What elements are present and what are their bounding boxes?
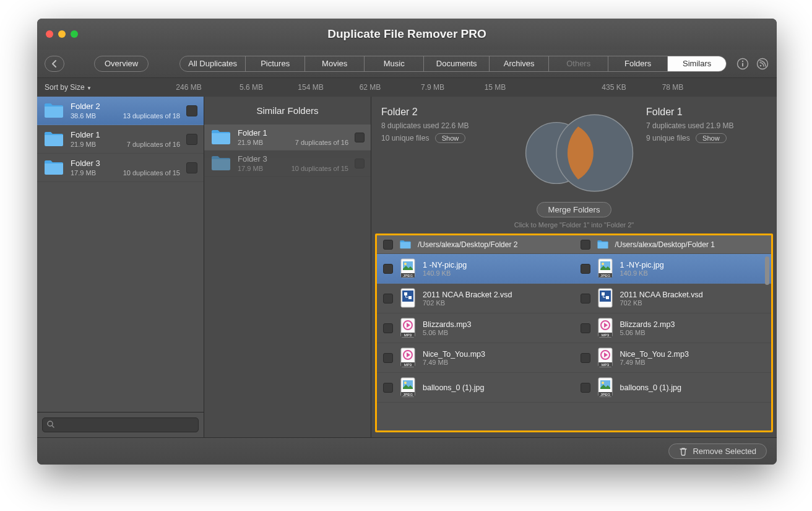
tab-others: Others: [549, 56, 608, 71]
tab-size-label: 78 MB: [644, 83, 702, 92]
similar-folders-title: Similar Folders: [204, 97, 371, 124]
compare-left-line2: 10 unique files Show: [381, 133, 502, 143]
search-input[interactable]: [42, 417, 199, 432]
app-window: Duplicate File Remover PRO Overview All …: [37, 19, 777, 465]
folder-checkbox[interactable]: [355, 133, 365, 142]
file-row[interactable]: Nice_To_You.mp37.49 MB: [377, 343, 574, 373]
svg-point-17: [760, 64, 762, 66]
folder-icon: [597, 240, 609, 250]
tab-archives[interactable]: Archives: [490, 56, 549, 71]
svg-point-14: [742, 60, 743, 61]
compare-right-line1: 7 duplicates used 21.9 MB: [646, 121, 767, 130]
file-checkbox[interactable]: [581, 264, 590, 274]
tab-overview[interactable]: Overview: [95, 56, 148, 71]
back-button[interactable]: [45, 56, 64, 72]
file-row[interactable]: Nice_To_You 2.mp37.49 MB: [574, 343, 772, 373]
footer: Remove Selected: [37, 437, 777, 465]
close-window-button[interactable]: [46, 30, 53, 38]
svg-rect-15: [742, 63, 743, 66]
category-tabs: All DuplicatesPicturesMoviesMusicDocumen…: [179, 56, 727, 72]
column-select-all-checkbox[interactable]: [581, 240, 590, 250]
show-right-unique-button[interactable]: Show: [696, 133, 727, 143]
file-checkbox[interactable]: [383, 294, 393, 304]
tab-music[interactable]: Music: [365, 56, 424, 71]
file-checkbox[interactable]: [383, 264, 393, 274]
file-checkbox[interactable]: [383, 353, 393, 363]
merge-hint-text: Click to Merge "Folder 1" into "Folder 2…: [371, 221, 777, 229]
venn-diagram: [509, 107, 639, 199]
compare-right-line2: 9 unique files Show: [646, 133, 767, 143]
file-checkbox[interactable]: [383, 383, 393, 393]
folder-checkbox[interactable]: [186, 105, 197, 116]
file-checkbox[interactable]: [581, 383, 590, 393]
file-row[interactable]: 2011 NCAA Bracket.vsd702 KB: [574, 284, 772, 313]
sidebar-folder-item[interactable]: Folder 238.6 MB13 duplicates of 18: [37, 97, 204, 125]
folder-checkbox[interactable]: [355, 159, 365, 168]
sidebar-folder-item[interactable]: Folder 121.9 MB7 duplicates of 16: [37, 125, 204, 154]
tab-size-label: 5.6 MB: [222, 83, 281, 92]
similar-folder-item[interactable]: Folder 121.9 MB7 duplicates of 16: [204, 124, 371, 151]
file-checkbox[interactable]: [581, 323, 590, 333]
comparison-panel: Folder 2 8 duplicates used 22.6 MB 10 un…: [371, 97, 777, 437]
folder-icon: [399, 240, 412, 250]
tab-size-label: 15 MB: [465, 83, 525, 92]
file-row[interactable]: balloons_0 (1).jpg: [377, 373, 574, 403]
compare-left-title: Folder 2: [381, 107, 502, 118]
tab-documents[interactable]: Documents: [424, 56, 490, 71]
tab-size-label: 435 KB: [584, 83, 644, 92]
remove-selected-button[interactable]: Remove Selected: [668, 443, 767, 459]
compare-left-line1: 8 duplicates used 22.6 MB: [381, 121, 502, 130]
tab-size-label: 7.9 MB: [400, 83, 465, 92]
column-path: /Users/alexa/Desktop/Folder 2: [418, 240, 517, 249]
tab-pictures[interactable]: Pictures: [246, 56, 305, 71]
file-row[interactable]: 1 -NY-pic.jpg140.9 KB: [574, 254, 772, 284]
titlebar: Duplicate File Remover PRO: [37, 19, 777, 50]
folder-checkbox[interactable]: [186, 162, 197, 173]
sizes-row: Sort by Size ▼ 246 MB5.6 MB154 MB62 MB7.…: [37, 78, 777, 97]
search-icon: [46, 420, 55, 431]
scrollbar-thumb[interactable]: [765, 256, 769, 285]
maximize-window-button[interactable]: [71, 30, 78, 38]
file-row[interactable]: balloons_0 (1).jpg: [574, 373, 772, 403]
file-comparison-table: /Users/alexa/Desktop/Folder 21 -NY-pic.j…: [375, 234, 773, 432]
tab-size-label: 62 MB: [340, 83, 400, 92]
rss-icon[interactable]: [756, 57, 769, 71]
show-left-unique-button[interactable]: Show: [435, 133, 466, 143]
file-checkbox[interactable]: [581, 294, 590, 304]
info-icon[interactable]: [736, 57, 749, 71]
sidebar: Folder 238.6 MB13 duplicates of 18Folder…: [37, 97, 204, 437]
similar-folders-panel: Similar Folders Folder 121.9 MB7 duplica…: [204, 97, 371, 437]
window-title: Duplicate File Remover PRO: [37, 27, 777, 41]
column-path: /Users/alexa/Desktop/Folder 1: [615, 240, 715, 249]
similar-folder-item[interactable]: Folder 317.9 MB10 duplicates of 15: [204, 151, 371, 177]
file-checkbox[interactable]: [581, 353, 590, 363]
file-checkbox[interactable]: [383, 323, 393, 333]
column-select-all-checkbox[interactable]: [383, 240, 393, 250]
file-row[interactable]: 1 -NY-pic.jpg140.9 KB: [377, 254, 574, 284]
tab-all-duplicates[interactable]: All Duplicates: [180, 56, 246, 71]
trash-icon: [679, 447, 688, 456]
tab-size-label: 154 MB: [281, 83, 340, 92]
tab-size-label: [525, 83, 584, 92]
file-row[interactable]: 2011 NCAA Bracket 2.vsd702 KB: [377, 284, 574, 313]
minimize-window-button[interactable]: [58, 30, 66, 38]
folder-checkbox[interactable]: [186, 134, 197, 145]
file-row[interactable]: Blizzards.mp35.06 MB: [377, 313, 574, 343]
window-controls: [46, 30, 78, 38]
tab-movies[interactable]: Movies: [305, 56, 365, 71]
merge-folders-button[interactable]: Merge Folders: [537, 202, 612, 217]
tab-size-label: 246 MB: [156, 83, 222, 92]
compare-right-title: Folder 1: [646, 107, 767, 118]
sidebar-folder-item[interactable]: Folder 317.9 MB10 duplicates of 15: [37, 154, 204, 182]
tab-similars[interactable]: Similars: [668, 56, 726, 71]
sort-dropdown[interactable]: Sort by Size ▼: [45, 83, 150, 92]
tab-folders[interactable]: Folders: [608, 56, 668, 71]
file-row[interactable]: Blizzards 2.mp35.06 MB: [574, 313, 772, 343]
toolbar: Overview All DuplicatesPicturesMoviesMus…: [37, 50, 777, 78]
